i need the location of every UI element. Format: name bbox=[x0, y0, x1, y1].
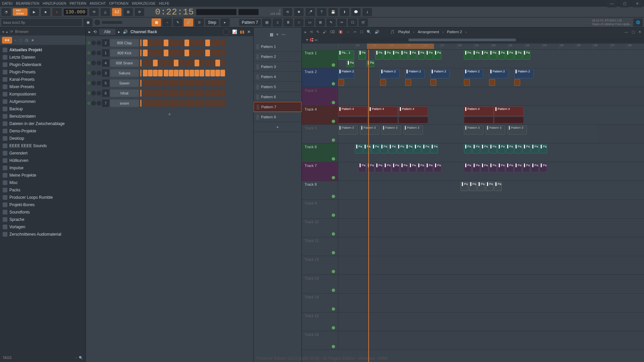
mic-icon[interactable]: 🎤 bbox=[306, 8, 315, 16]
clip[interactable] bbox=[338, 117, 368, 123]
clip[interactable]: ▌Pa... 1 bbox=[392, 50, 399, 60]
menu-werkzeuge[interactable]: WERKZEUGE bbox=[132, 1, 156, 5]
pl-tool-select-icon[interactable]: ☐ bbox=[360, 30, 363, 34]
track-lane[interactable]: ▌Pa... 7▌Pa... 7▌Pa... 7▌Pa... 7▌Pa... 7 bbox=[338, 181, 644, 199]
pattern-item[interactable]: Pattern 5 bbox=[254, 82, 302, 92]
clip[interactable]: ▌Pa... 6 bbox=[489, 144, 497, 154]
clip[interactable]: ▌Pa... 6 bbox=[358, 163, 366, 172]
step-cell[interactable] bbox=[179, 90, 183, 97]
channel-number[interactable]: 2 bbox=[102, 39, 109, 47]
track-lane[interactable]: ▌Pattern 3▌Pattern 3▌Pattern 3▌Pattern 3… bbox=[338, 125, 644, 143]
step-cell[interactable] bbox=[215, 90, 220, 97]
track-header[interactable]: Track 9 bbox=[302, 200, 338, 218]
breadcrumb-arrangement[interactable]: Arrangement bbox=[418, 30, 439, 34]
step-cell[interactable] bbox=[153, 50, 158, 56]
step-cell[interactable] bbox=[174, 70, 178, 76]
track-mute-led[interactable] bbox=[332, 101, 335, 104]
browser-search-icon[interactable]: 🔍 bbox=[79, 356, 83, 360]
playlist-timeline[interactable]: 1213141516171819202122232425262728 bbox=[338, 44, 644, 50]
tool-slice-icon[interactable]: ✂ bbox=[337, 18, 346, 26]
step-cell[interactable] bbox=[169, 100, 173, 107]
track-header[interactable]: Track 7 bbox=[302, 162, 338, 181]
breadcrumb-playlist[interactable]: Playlist bbox=[398, 30, 410, 34]
track-lane[interactable] bbox=[338, 87, 644, 106]
menu-pattern[interactable]: PATTERN bbox=[70, 1, 87, 5]
step-seq-icon[interactable]: → bbox=[162, 18, 172, 26]
track-mute-led[interactable] bbox=[332, 214, 335, 217]
menu-optionen[interactable]: OPTIONEN bbox=[109, 1, 128, 5]
channel-select[interactable] bbox=[140, 100, 142, 107]
clip[interactable] bbox=[464, 79, 470, 86]
metronome-sync-icon[interactable]: ⟲ bbox=[89, 8, 99, 16]
browser-item[interactable]: Projekt-Bones bbox=[0, 201, 86, 208]
clip[interactable]: ▌Pa... 6 bbox=[355, 144, 363, 154]
clip[interactable]: ▌Pa... 6 bbox=[539, 163, 547, 172]
track-lane[interactable] bbox=[338, 312, 644, 331]
step-cell[interactable] bbox=[184, 90, 189, 97]
clip[interactable]: ▌Pattern 3 bbox=[507, 125, 527, 135]
step-cell[interactable] bbox=[174, 40, 178, 46]
track-mute-led[interactable] bbox=[332, 138, 335, 142]
channel-name-button[interactable]: 808 Clap bbox=[110, 39, 139, 47]
clip[interactable]: ▌Pa... 6 bbox=[375, 163, 383, 172]
pl-tool-slice-icon[interactable]: ✂ bbox=[354, 30, 357, 34]
playlist-tracks[interactable]: Track 1▌Pa... 1▌Pa... 1▌Pa... 1▌Pa... 1▌… bbox=[302, 50, 644, 362]
track-header[interactable]: Track 15 bbox=[302, 312, 338, 331]
track-lane[interactable] bbox=[338, 331, 644, 350]
step-cell[interactable] bbox=[220, 70, 225, 76]
clip[interactable]: ▌Pattern 3 bbox=[382, 125, 401, 135]
channel-name-button[interactable]: snare bbox=[110, 100, 139, 107]
clip[interactable]: ▌Pa... 7 bbox=[494, 182, 502, 191]
clip[interactable]: ▌Pa... 6 bbox=[531, 144, 539, 154]
clip[interactable]: ▌Pa... 1 bbox=[472, 50, 480, 60]
menu-datei[interactable]: DATEI bbox=[2, 1, 13, 5]
step-cell[interactable] bbox=[205, 90, 210, 97]
step-cell[interactable] bbox=[169, 90, 173, 97]
download-icon[interactable]: ⤓ bbox=[363, 8, 372, 16]
song-mode-button[interactable]: PATSONG bbox=[13, 8, 28, 16]
channel-number[interactable]: 5 bbox=[102, 79, 109, 87]
clip[interactable]: ▌Pattern 2 bbox=[489, 69, 508, 78]
browser-item[interactable]: Zerschnittenes Audiomaterial bbox=[0, 231, 86, 238]
step-cell[interactable] bbox=[210, 50, 215, 56]
pl-max-icon[interactable]: ▢ bbox=[632, 30, 635, 34]
clip[interactable]: ▌Pa... 6 bbox=[506, 163, 514, 172]
channel-select[interactable] bbox=[140, 40, 142, 46]
clip[interactable]: ▌Pa... 1 bbox=[375, 50, 383, 60]
step-cell[interactable] bbox=[158, 80, 163, 86]
channel-mute-led[interactable] bbox=[87, 92, 91, 95]
step-cell[interactable] bbox=[143, 50, 148, 56]
browser-up-icon[interactable]: ▴ bbox=[6, 29, 8, 34]
step-cell[interactable] bbox=[210, 40, 215, 46]
step-cell[interactable] bbox=[215, 60, 220, 66]
track-lane[interactable] bbox=[338, 237, 644, 256]
step-cell[interactable] bbox=[210, 60, 215, 66]
step-cell[interactable] bbox=[200, 90, 204, 97]
clip[interactable]: ▌Pa... 6 bbox=[539, 144, 547, 154]
channel-select[interactable] bbox=[140, 60, 142, 66]
cr-graph-icon[interactable]: 📊 bbox=[232, 29, 237, 34]
step-cell[interactable] bbox=[215, 40, 220, 46]
clip[interactable]: ▌Pa... 6 bbox=[430, 144, 438, 154]
step-cell[interactable] bbox=[200, 40, 204, 46]
channel-pan-knob[interactable] bbox=[91, 91, 96, 96]
step-cell[interactable] bbox=[210, 90, 215, 97]
wand-icon[interactable]: ✎ bbox=[173, 18, 182, 26]
step-cell[interactable] bbox=[215, 80, 220, 86]
clip[interactable]: ▌Pa... 1 bbox=[523, 50, 530, 60]
plugin-picker-icon[interactable]: ⊞ bbox=[316, 18, 325, 26]
save-icon[interactable]: 💾 bbox=[328, 8, 338, 16]
clip[interactable]: ▌Pa... 6 bbox=[383, 163, 391, 172]
channel-vol-knob[interactable] bbox=[97, 71, 101, 75]
channel-pan-knob[interactable] bbox=[91, 81, 96, 85]
step-cell[interactable] bbox=[174, 100, 178, 107]
step-cell[interactable] bbox=[195, 100, 199, 107]
clip[interactable]: ▌Pa... 1 bbox=[417, 50, 425, 60]
play-button[interactable]: ▶ bbox=[30, 8, 39, 16]
clip[interactable]: ▌Pattern 4 bbox=[464, 107, 493, 116]
clip[interactable]: ▌Pa... 6 bbox=[472, 144, 480, 154]
step-cell[interactable] bbox=[158, 60, 163, 66]
step-cell[interactable] bbox=[158, 100, 163, 107]
time-counter[interactable]: 0:22:15 bbox=[155, 7, 194, 17]
tempo-display[interactable]: 130.000 bbox=[64, 9, 88, 15]
